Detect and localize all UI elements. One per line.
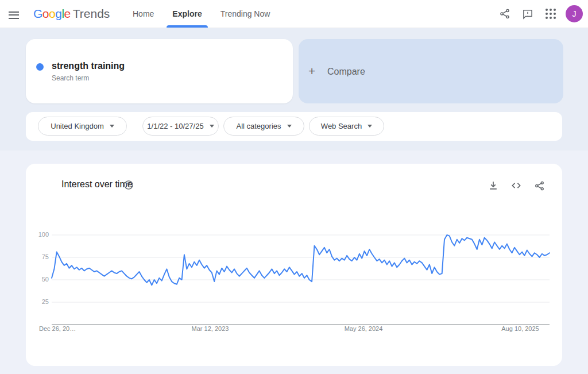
feedback-icon[interactable] [516,2,539,25]
x-axis-tick: May 26, 2024 [341,325,386,332]
x-axis-tick: Aug 10, 2025 [497,325,543,332]
filter-bar: United Kingdom 1/1/22 - 10/27/25 All cat… [26,112,562,141]
menu-icon[interactable] [7,7,21,21]
avatar[interactable]: J [566,5,583,22]
chevron-down-icon [368,125,372,128]
nav-tab-home[interactable]: Home [123,0,163,28]
logo-letter: G [33,7,42,20]
logo-letter: o [42,7,49,20]
interest-over-time-card: Interest over time 100 75 50 25 [26,164,562,366]
nav-tab-explore[interactable]: Explore [163,0,211,28]
time-range-label: 1/1/22 - 10/27/25 [147,122,203,130]
google-trends-logo[interactable]: GoogleTrends [33,0,110,28]
x-axis-tick: Mar 12, 2023 [187,325,233,332]
search-type-label: Web Search [321,122,362,130]
compare-label: Compare [327,67,365,77]
chevron-down-icon [110,125,114,128]
top-actions: J [493,0,588,28]
search-term-title: strength training [52,61,125,71]
main-nav: Home Explore Trending Now [123,0,279,28]
search-type-filter-dropdown[interactable]: Web Search [309,117,384,136]
nav-tab-trending-now[interactable]: Trending Now [211,0,280,28]
logo-letter: g [55,7,61,20]
chevron-down-icon [287,125,292,128]
plus-icon: + [308,64,315,78]
category-filter-dropdown[interactable]: All categories [223,117,304,136]
x-axis-tick: Dec 26, 20… [39,325,76,332]
share-icon[interactable] [493,2,516,25]
logo-letter: o [49,7,55,20]
geo-filter-dropdown[interactable]: United Kingdom [38,117,127,136]
geo-filter-label: United Kingdom [51,122,104,130]
logo-suffix: Trends [73,7,110,20]
search-term-card[interactable]: strength training Search term [26,39,293,103]
category-filter-label: All categories [236,122,281,130]
top-app-bar: GoogleTrends Home Explore Trending Now J [0,0,588,28]
logo-letter: e [64,7,71,20]
series-color-dot-icon [36,63,44,71]
trend-line [52,235,550,285]
time-range-filter-dropdown[interactable]: 1/1/22 - 10/27/25 [142,117,219,136]
trend-chart[interactable] [26,164,562,366]
apps-grid-icon[interactable] [539,2,562,25]
search-term-subtitle: Search term [52,74,89,82]
chevron-down-icon [210,125,214,128]
